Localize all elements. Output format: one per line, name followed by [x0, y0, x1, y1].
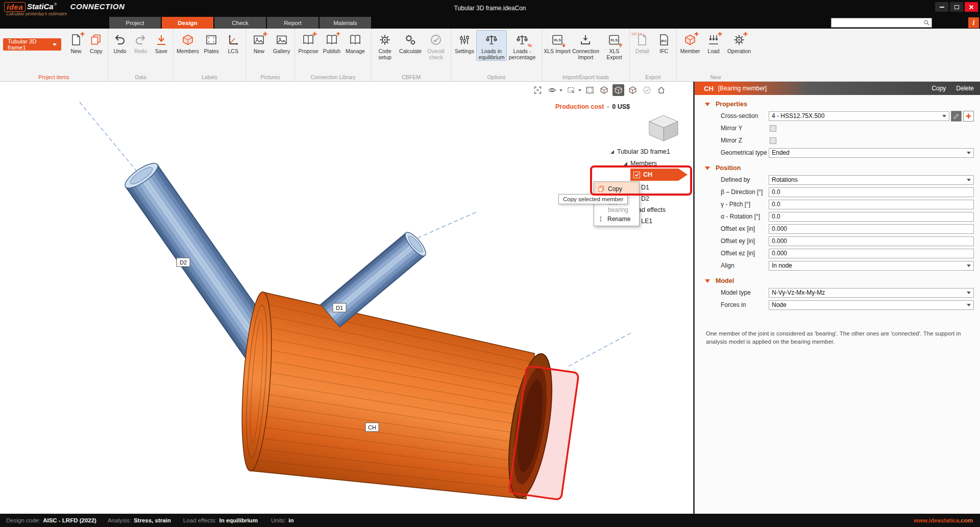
search-input[interactable] — [831, 19, 923, 27]
plates-view-button[interactable] — [584, 84, 596, 96]
overall-check-button[interactable]: Overall check — [424, 30, 448, 60]
project-selector-button[interactable]: Tubular 3D frame1 — [3, 38, 61, 51]
expand-triangle-icon[interactable] — [610, 150, 614, 154]
xls-export-button[interactable]: XLS Export — [601, 30, 628, 60]
maximize-button[interactable] — [950, 2, 963, 12]
tree-item-root[interactable]: Tubular 3D frame1 — [610, 148, 670, 155]
section-properties[interactable]: Properties — [695, 99, 980, 110]
redo-button[interactable]: Redo — [130, 30, 151, 54]
align-select[interactable]: In node — [769, 261, 974, 271]
xls-import-button[interactable]: XLS Import — [544, 30, 571, 54]
settings-button[interactable]: Settings — [453, 30, 476, 54]
alpha-rotation-input[interactable]: 0.0 — [769, 212, 974, 222]
tree-item-le1[interactable]: LE1 — [641, 218, 652, 225]
new-operation-button[interactable]: Operation — [725, 30, 753, 54]
tab-project[interactable]: Project — [109, 17, 161, 29]
new-project-item-button[interactable]: New — [66, 30, 86, 54]
manage-book-icon — [349, 33, 362, 46]
expand-triangle-icon[interactable] — [624, 162, 627, 165]
undo-button[interactable]: Undo — [110, 30, 130, 54]
beta-direction-input[interactable]: 0.0 — [769, 187, 974, 197]
tree-item-d2[interactable]: D2 — [641, 195, 649, 202]
transparent-view-button[interactable] — [627, 84, 639, 96]
add-cross-section-button[interactable] — [963, 111, 974, 122]
ribbon-group-cbfem: Code setup Calculate Overall check CBFEM — [372, 29, 451, 81]
save-button[interactable]: Save — [151, 30, 172, 54]
loads-in-equilibrium-toggle[interactable]: Loads in equilibrium — [476, 30, 507, 61]
copy-project-item-button[interactable]: Copy — [86, 30, 106, 54]
member-label-ch[interactable]: CH — [365, 423, 379, 432]
member-ch-solid[interactable] — [237, 291, 579, 501]
collapse-triangle-icon[interactable] — [705, 103, 710, 106]
calculate-button[interactable]: Calculate — [397, 30, 424, 54]
edit-cross-section-button[interactable] — [951, 111, 962, 122]
gears-icon — [404, 33, 417, 46]
gamma-pitch-input[interactable]: 0.0 — [769, 200, 974, 209]
tree-item-d1[interactable]: D1 — [641, 184, 649, 191]
defined-by-select[interactable]: Rotations — [769, 175, 974, 185]
search-icon[interactable] — [923, 19, 930, 26]
selection-mode-button[interactable] — [565, 84, 577, 96]
row-offset-ex: Offset ex [in] 0.000 — [695, 223, 980, 235]
info-button[interactable]: i — [968, 17, 979, 28]
mirror-y-checkbox[interactable] — [770, 125, 776, 132]
ifc-export-button[interactable]: IFC — [653, 30, 675, 54]
cross-section-select[interactable]: 4 - HSS12.75X.500 — [769, 111, 949, 121]
3d-viewport[interactable]: D2 D1 CH — [0, 82, 693, 514]
ch-checkbox[interactable] — [633, 172, 640, 178]
section-position[interactable]: Position — [695, 162, 980, 174]
member-d1-solid[interactable] — [321, 229, 429, 327]
welds-view-button[interactable] — [641, 84, 653, 96]
home-view-icon — [657, 86, 666, 94]
model-type-select[interactable]: N-Vy-Vz-Mx-My-Mz — [769, 288, 974, 298]
tree-item-members[interactable]: Members — [624, 160, 657, 167]
new-load-button[interactable]: Load — [702, 30, 725, 54]
wireframe-view-button[interactable] — [598, 84, 610, 96]
connection-import-button[interactable]: Connection Import — [571, 30, 601, 60]
lcs-labels-button[interactable]: LCS — [222, 30, 244, 54]
member-label-d2[interactable]: D2 — [177, 258, 190, 267]
code-setup-button[interactable]: Code setup — [373, 30, 397, 60]
member-label-d1[interactable]: D1 — [333, 303, 346, 312]
propose-button[interactable]: Propose — [297, 30, 320, 54]
loads-percentage-button[interactable]: % Loads - percentage — [507, 30, 537, 60]
tree-item-load-effects[interactable]: ad effects — [638, 206, 666, 213]
section-model[interactable]: Model — [695, 275, 980, 286]
solid-view-button[interactable] — [612, 84, 624, 96]
offset-ex-input[interactable]: 0.000 — [769, 224, 974, 234]
tab-report[interactable]: Report — [267, 17, 318, 29]
3d-scene[interactable]: D2 D1 CH — [0, 82, 693, 514]
home-view-button[interactable] — [655, 84, 667, 96]
forces-in-select[interactable]: Node — [769, 300, 974, 310]
geometrical-type-select[interactable]: Ended — [769, 148, 974, 158]
close-button[interactable] — [965, 2, 978, 12]
fit-view-button[interactable] — [532, 84, 544, 96]
collapse-triangle-icon[interactable] — [705, 279, 710, 283]
selection-dropdown-caret[interactable] — [578, 89, 581, 91]
website-link[interactable]: www.ideastatica.com — [914, 517, 973, 523]
publish-button[interactable]: Publish — [320, 30, 344, 54]
members-labels-button[interactable]: Members — [175, 30, 201, 54]
panel-copy-button[interactable]: Copy — [932, 85, 946, 92]
tab-materials[interactable]: Materials — [320, 17, 371, 29]
minimize-button[interactable] — [935, 2, 948, 12]
tree-item-ch-selected[interactable]: CH — [630, 169, 688, 181]
manage-button[interactable]: Manage — [344, 30, 367, 54]
new-picture-button[interactable]: New — [248, 30, 271, 54]
orbit-view-button[interactable] — [546, 84, 558, 96]
chevron-down-icon — [967, 265, 971, 267]
plates-labels-button[interactable]: Plates — [201, 30, 223, 54]
tab-check[interactable]: Check — [214, 17, 266, 29]
gallery-button[interactable]: Gallery — [271, 30, 293, 54]
new-member-button[interactable]: Member — [678, 30, 702, 54]
orbit-dropdown-caret[interactable] — [559, 89, 562, 91]
context-menu-copy[interactable]: Copy — [595, 182, 639, 195]
offset-ez-input[interactable]: 0.000 — [769, 249, 974, 258]
collapse-triangle-icon[interactable] — [705, 166, 710, 170]
mirror-z-checkbox[interactable] — [770, 137, 776, 144]
context-menu-rename[interactable]: Rename — [595, 212, 639, 225]
panel-delete-button[interactable]: Delete — [956, 85, 974, 92]
offset-ey-input[interactable]: 0.000 — [769, 236, 974, 246]
tab-design[interactable]: Design — [162, 17, 213, 29]
detail-export-button[interactable]: BETA Detail — [631, 30, 653, 54]
